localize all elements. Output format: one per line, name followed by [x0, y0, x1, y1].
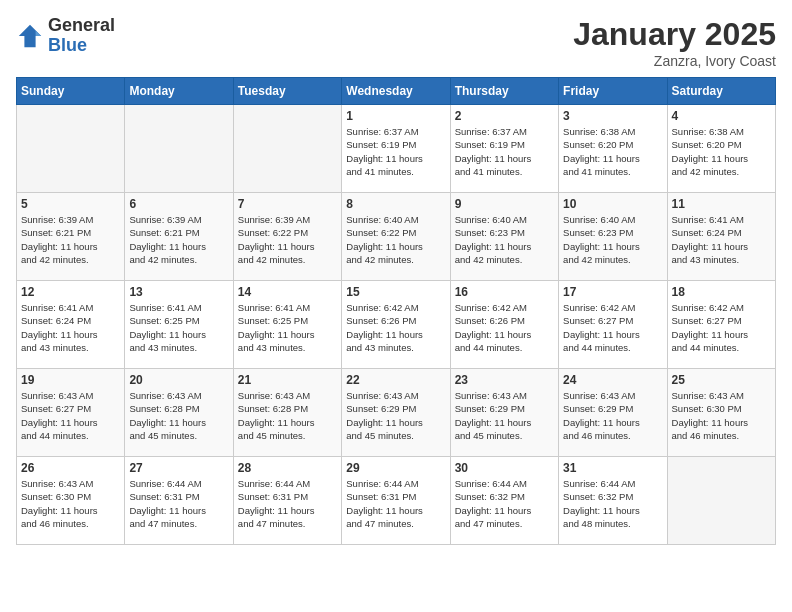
day-cell-11: 11Sunrise: 6:41 AM Sunset: 6:24 PM Dayli…	[667, 193, 775, 281]
day-info: Sunrise: 6:39 AM Sunset: 6:21 PM Dayligh…	[21, 213, 120, 266]
empty-cell	[125, 105, 233, 193]
svg-marker-1	[36, 30, 42, 36]
day-number: 23	[455, 373, 554, 387]
day-number: 19	[21, 373, 120, 387]
header-row: SundayMondayTuesdayWednesdayThursdayFrid…	[17, 78, 776, 105]
day-cell-17: 17Sunrise: 6:42 AM Sunset: 6:27 PM Dayli…	[559, 281, 667, 369]
day-cell-13: 13Sunrise: 6:41 AM Sunset: 6:25 PM Dayli…	[125, 281, 233, 369]
header-cell-friday: Friday	[559, 78, 667, 105]
day-number: 28	[238, 461, 337, 475]
day-number: 20	[129, 373, 228, 387]
week-row-5: 26Sunrise: 6:43 AM Sunset: 6:30 PM Dayli…	[17, 457, 776, 545]
day-info: Sunrise: 6:41 AM Sunset: 6:24 PM Dayligh…	[672, 213, 771, 266]
day-info: Sunrise: 6:43 AM Sunset: 6:28 PM Dayligh…	[129, 389, 228, 442]
day-info: Sunrise: 6:41 AM Sunset: 6:24 PM Dayligh…	[21, 301, 120, 354]
day-cell-22: 22Sunrise: 6:43 AM Sunset: 6:29 PM Dayli…	[342, 369, 450, 457]
empty-cell	[17, 105, 125, 193]
day-info: Sunrise: 6:38 AM Sunset: 6:20 PM Dayligh…	[672, 125, 771, 178]
day-info: Sunrise: 6:43 AM Sunset: 6:29 PM Dayligh…	[455, 389, 554, 442]
week-row-2: 5Sunrise: 6:39 AM Sunset: 6:21 PM Daylig…	[17, 193, 776, 281]
logo-text: General Blue	[48, 16, 115, 56]
day-info: Sunrise: 6:42 AM Sunset: 6:27 PM Dayligh…	[563, 301, 662, 354]
header-cell-saturday: Saturday	[667, 78, 775, 105]
day-number: 29	[346, 461, 445, 475]
day-info: Sunrise: 6:40 AM Sunset: 6:23 PM Dayligh…	[563, 213, 662, 266]
day-cell-28: 28Sunrise: 6:44 AM Sunset: 6:31 PM Dayli…	[233, 457, 341, 545]
day-cell-31: 31Sunrise: 6:44 AM Sunset: 6:32 PM Dayli…	[559, 457, 667, 545]
day-number: 26	[21, 461, 120, 475]
day-info: Sunrise: 6:43 AM Sunset: 6:28 PM Dayligh…	[238, 389, 337, 442]
day-info: Sunrise: 6:42 AM Sunset: 6:26 PM Dayligh…	[346, 301, 445, 354]
day-cell-21: 21Sunrise: 6:43 AM Sunset: 6:28 PM Dayli…	[233, 369, 341, 457]
day-cell-5: 5Sunrise: 6:39 AM Sunset: 6:21 PM Daylig…	[17, 193, 125, 281]
day-cell-3: 3Sunrise: 6:38 AM Sunset: 6:20 PM Daylig…	[559, 105, 667, 193]
day-info: Sunrise: 6:42 AM Sunset: 6:27 PM Dayligh…	[672, 301, 771, 354]
day-cell-20: 20Sunrise: 6:43 AM Sunset: 6:28 PM Dayli…	[125, 369, 233, 457]
day-number: 27	[129, 461, 228, 475]
day-cell-26: 26Sunrise: 6:43 AM Sunset: 6:30 PM Dayli…	[17, 457, 125, 545]
day-number: 12	[21, 285, 120, 299]
day-cell-7: 7Sunrise: 6:39 AM Sunset: 6:22 PM Daylig…	[233, 193, 341, 281]
header-cell-sunday: Sunday	[17, 78, 125, 105]
page-header: General Blue January 2025 Zanzra, Ivory …	[16, 16, 776, 69]
day-number: 24	[563, 373, 662, 387]
calendar-body: 1Sunrise: 6:37 AM Sunset: 6:19 PM Daylig…	[17, 105, 776, 545]
day-info: Sunrise: 6:44 AM Sunset: 6:32 PM Dayligh…	[455, 477, 554, 530]
day-number: 21	[238, 373, 337, 387]
day-cell-1: 1Sunrise: 6:37 AM Sunset: 6:19 PM Daylig…	[342, 105, 450, 193]
day-number: 10	[563, 197, 662, 211]
day-info: Sunrise: 6:44 AM Sunset: 6:31 PM Dayligh…	[346, 477, 445, 530]
day-number: 15	[346, 285, 445, 299]
day-number: 5	[21, 197, 120, 211]
header-cell-thursday: Thursday	[450, 78, 558, 105]
day-number: 7	[238, 197, 337, 211]
day-info: Sunrise: 6:39 AM Sunset: 6:21 PM Dayligh…	[129, 213, 228, 266]
day-cell-4: 4Sunrise: 6:38 AM Sunset: 6:20 PM Daylig…	[667, 105, 775, 193]
day-number: 31	[563, 461, 662, 475]
day-cell-12: 12Sunrise: 6:41 AM Sunset: 6:24 PM Dayli…	[17, 281, 125, 369]
day-info: Sunrise: 6:37 AM Sunset: 6:19 PM Dayligh…	[455, 125, 554, 178]
logo-icon	[16, 22, 44, 50]
calendar-table: SundayMondayTuesdayWednesdayThursdayFrid…	[16, 77, 776, 545]
day-number: 3	[563, 109, 662, 123]
day-cell-10: 10Sunrise: 6:40 AM Sunset: 6:23 PM Dayli…	[559, 193, 667, 281]
day-number: 6	[129, 197, 228, 211]
day-info: Sunrise: 6:42 AM Sunset: 6:26 PM Dayligh…	[455, 301, 554, 354]
logo-general-text: General	[48, 16, 115, 36]
header-cell-tuesday: Tuesday	[233, 78, 341, 105]
location: Zanzra, Ivory Coast	[573, 53, 776, 69]
day-info: Sunrise: 6:43 AM Sunset: 6:30 PM Dayligh…	[21, 477, 120, 530]
day-info: Sunrise: 6:41 AM Sunset: 6:25 PM Dayligh…	[238, 301, 337, 354]
day-number: 25	[672, 373, 771, 387]
month-title: January 2025	[573, 16, 776, 53]
logo: General Blue	[16, 16, 115, 56]
day-info: Sunrise: 6:41 AM Sunset: 6:25 PM Dayligh…	[129, 301, 228, 354]
day-number: 9	[455, 197, 554, 211]
week-row-1: 1Sunrise: 6:37 AM Sunset: 6:19 PM Daylig…	[17, 105, 776, 193]
day-info: Sunrise: 6:37 AM Sunset: 6:19 PM Dayligh…	[346, 125, 445, 178]
day-number: 17	[563, 285, 662, 299]
day-cell-15: 15Sunrise: 6:42 AM Sunset: 6:26 PM Dayli…	[342, 281, 450, 369]
day-number: 16	[455, 285, 554, 299]
day-number: 4	[672, 109, 771, 123]
day-cell-9: 9Sunrise: 6:40 AM Sunset: 6:23 PM Daylig…	[450, 193, 558, 281]
day-cell-16: 16Sunrise: 6:42 AM Sunset: 6:26 PM Dayli…	[450, 281, 558, 369]
day-cell-23: 23Sunrise: 6:43 AM Sunset: 6:29 PM Dayli…	[450, 369, 558, 457]
day-cell-6: 6Sunrise: 6:39 AM Sunset: 6:21 PM Daylig…	[125, 193, 233, 281]
day-cell-30: 30Sunrise: 6:44 AM Sunset: 6:32 PM Dayli…	[450, 457, 558, 545]
day-info: Sunrise: 6:40 AM Sunset: 6:22 PM Dayligh…	[346, 213, 445, 266]
header-cell-wednesday: Wednesday	[342, 78, 450, 105]
day-info: Sunrise: 6:43 AM Sunset: 6:30 PM Dayligh…	[672, 389, 771, 442]
day-info: Sunrise: 6:43 AM Sunset: 6:29 PM Dayligh…	[563, 389, 662, 442]
logo-blue-text: Blue	[48, 36, 115, 56]
day-info: Sunrise: 6:44 AM Sunset: 6:31 PM Dayligh…	[129, 477, 228, 530]
calendar-header: SundayMondayTuesdayWednesdayThursdayFrid…	[17, 78, 776, 105]
day-info: Sunrise: 6:43 AM Sunset: 6:29 PM Dayligh…	[346, 389, 445, 442]
day-cell-8: 8Sunrise: 6:40 AM Sunset: 6:22 PM Daylig…	[342, 193, 450, 281]
day-cell-14: 14Sunrise: 6:41 AM Sunset: 6:25 PM Dayli…	[233, 281, 341, 369]
day-number: 8	[346, 197, 445, 211]
day-info: Sunrise: 6:39 AM Sunset: 6:22 PM Dayligh…	[238, 213, 337, 266]
day-number: 13	[129, 285, 228, 299]
day-number: 11	[672, 197, 771, 211]
day-number: 22	[346, 373, 445, 387]
